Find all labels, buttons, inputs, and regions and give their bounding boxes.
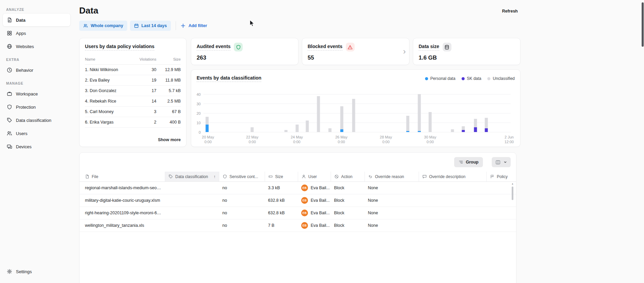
column-label: Data classification — [175, 174, 208, 179]
legend-label: SK data — [467, 76, 482, 81]
refresh-button[interactable]: Refresh — [502, 9, 518, 14]
chart-bar-segment-unclassified — [317, 96, 320, 132]
sidebar-item-protection[interactable]: Protection — [3, 101, 70, 113]
table-header-row: File Data classification ↑ Sensitive con… — [80, 172, 516, 182]
sidebar-item-devices[interactable]: Devices — [3, 140, 70, 153]
data-size-card: Data size 1.6 GB — [413, 38, 520, 65]
violations-row[interactable]: 3. Don Gonzalez175.7 kB — [85, 86, 181, 96]
plus-icon — [180, 23, 186, 28]
column-header-user[interactable]: User — [298, 172, 331, 181]
violations-row[interactable]: 6. Erika Vargas2400 B — [85, 117, 181, 128]
y-axis-label: 20 — [197, 111, 201, 115]
table-row[interactable]: regional-marshall-islands-medium-seoul-f… — [80, 182, 516, 194]
sidebar-item-users[interactable]: Users — [3, 127, 70, 140]
blocked-events-card: Blocked events 55 › — [302, 38, 409, 65]
column-label: Override reason — [375, 174, 404, 179]
sidebar-item-data[interactable]: Data — [3, 14, 70, 26]
sidebar-item-label: Data — [16, 18, 25, 23]
sidebar-item-workspace[interactable]: Workspace — [3, 87, 70, 100]
chart-title: Events by data classification — [197, 75, 261, 82]
violations-size: 11.8 MB — [156, 78, 181, 83]
chart-bar-segment-unclassified — [340, 106, 343, 129]
chat-icon — [422, 174, 427, 179]
chart-bar — [306, 121, 309, 132]
x-axis-label: 26 May0:00 — [335, 135, 348, 145]
apps-icon — [7, 30, 12, 36]
chart-bar-segment-unclassified — [352, 99, 355, 132]
column-header-data-classification[interactable]: Data classification ↑ — [165, 172, 219, 181]
violations-row[interactable]: 1. Nikki Wilkinson3012.9 MB — [85, 65, 181, 75]
legend-personal-data[interactable]: Personal data — [425, 76, 456, 81]
chart-bar — [329, 128, 332, 132]
column-header-sensitive-content[interactable]: Sensitive cont... — [219, 172, 265, 181]
group-button[interactable]: Group — [454, 157, 483, 167]
chart-bar — [340, 106, 343, 132]
violations-row[interactable]: 5. Carl Mooney367 B — [85, 107, 181, 117]
sidebar-item-label: Workspace — [16, 91, 38, 96]
chart-bar — [485, 118, 488, 132]
audited-events-title: Audited events — [197, 44, 230, 50]
data-size-value: 1.6 GB — [419, 55, 515, 61]
column-header-override-description[interactable]: Override description — [419, 172, 486, 181]
user-cell: EBEva Bail... — [298, 222, 331, 229]
date-range-chip[interactable]: Last 14 days — [130, 21, 171, 31]
sidebar-item-behavior[interactable]: Behavior — [3, 64, 70, 77]
sidebar-item-label: Behavior — [16, 68, 33, 73]
violations-row[interactable]: 2. Eva Bailey1911.8 MB — [85, 75, 181, 86]
sidebar-item-websites[interactable]: Websites — [3, 40, 70, 53]
legend-unclassified[interactable]: Unclassified — [487, 76, 515, 81]
table-scrollbar-thumb[interactable] — [512, 187, 513, 200]
add-filter-button[interactable]: Add filter — [180, 23, 207, 28]
action-cell: Block — [331, 223, 364, 228]
chart-bar-segment-unclassified — [406, 116, 409, 131]
y-axis-label: 30 — [197, 102, 201, 106]
shield-icon — [7, 104, 12, 110]
table-scrollbar[interactable]: ▲ — [511, 182, 515, 283]
columns-button[interactable] — [492, 157, 511, 167]
chart-bar — [317, 96, 320, 132]
page-scrollbar-thumb[interactable] — [642, 2, 644, 47]
column-header-policy[interactable]: Policy — [486, 172, 516, 181]
sidebar-item-apps[interactable]: Apps — [3, 27, 70, 40]
add-filter-label: Add filter — [188, 23, 207, 28]
violations-user-name: 3. Don Gonzalez — [85, 88, 135, 93]
show-more-button[interactable]: Show more — [158, 137, 181, 142]
column-header-action[interactable]: Action — [331, 172, 364, 181]
column-label: Sensitive cont... — [229, 174, 258, 179]
table-row[interactable]: wellington_military_tanzania.xlsno7 BEBE… — [80, 219, 516, 232]
whole-company-chip[interactable]: Whole company — [79, 21, 127, 31]
sidebar-item-label: Settings — [16, 269, 32, 274]
chart-bar-segment-unclassified — [329, 128, 332, 132]
table-row[interactable]: military-digital-katie-couric-uruguay.xl… — [80, 194, 516, 207]
column-header-size[interactable]: Size — [265, 172, 298, 181]
x-axis-label: 22 May0:00 — [246, 135, 258, 145]
violations-size: 67 B — [156, 109, 181, 114]
section-analyze: ANALYZE — [6, 7, 67, 12]
violations-user-name: 5. Carl Mooney — [85, 109, 135, 114]
violations-table-header: Name Violations Size — [85, 57, 181, 65]
table-row[interactable]: right-hearing-20201109-style-moroni-6027… — [80, 207, 516, 219]
file-cell: wellington_military_tanzania.xls — [80, 223, 165, 228]
column-label: Policy — [497, 174, 508, 179]
chevron-right-icon[interactable]: › — [403, 47, 406, 56]
chart-bar-segment-unclassified — [418, 94, 421, 131]
sort-asc-icon: ↑ — [214, 174, 216, 179]
blocked-events-value: 55 — [308, 55, 404, 61]
legend-sk-data[interactable]: SK data — [462, 76, 482, 81]
tag-icon — [7, 117, 12, 123]
violations-row[interactable]: 4. Rebekah Rice142.5 MB — [85, 96, 181, 107]
override-reason-cell: None — [364, 198, 419, 203]
sidebar-item-data-classification[interactable]: Data classification — [3, 114, 70, 127]
column-label: Override description — [429, 174, 465, 179]
chart-bar-segment-unclassified — [429, 112, 432, 132]
column-header-override-reason[interactable]: Override reason — [364, 172, 419, 181]
globe-icon — [7, 44, 12, 49]
scroll-up-icon[interactable]: ▲ — [511, 182, 514, 185]
size-cell: 632.8 kB — [265, 211, 298, 215]
events-table-body: regional-marshall-islands-medium-seoul-f… — [80, 182, 516, 232]
flag-icon — [490, 174, 494, 179]
column-header-file[interactable]: File — [80, 172, 165, 181]
user-icon — [302, 174, 306, 179]
action-cell: Block — [331, 186, 364, 190]
sidebar-item-settings[interactable]: Settings — [3, 265, 70, 278]
